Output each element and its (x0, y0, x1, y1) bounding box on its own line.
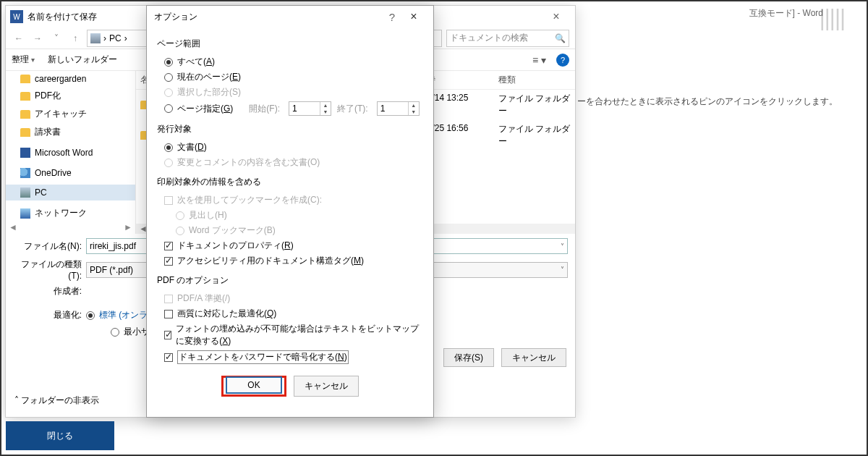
search-icon: 🔍 (555, 33, 566, 43)
optimize-label: 最適化: (13, 309, 82, 321)
tree-item: 請求書 (6, 123, 135, 141)
chk-bookmarks (164, 196, 173, 205)
tree-item: careergarden (6, 71, 135, 87)
options-cancel-button[interactable]: キャンセル (294, 376, 359, 397)
search-input[interactable]: ドキュメントの検索 🔍 (446, 30, 569, 47)
ok-button[interactable]: OK (226, 376, 281, 394)
word-ruler: ||||| (820, 5, 845, 31)
radio-pages[interactable] (164, 104, 173, 113)
pdf-options-heading: PDF のオプション (157, 274, 423, 287)
nav-back-icon[interactable]: ← (12, 33, 26, 43)
chk-encrypt[interactable] (164, 353, 173, 362)
page-end-input[interactable]: ▲▼ (377, 101, 420, 116)
organize-button[interactable]: 整理 (12, 54, 35, 66)
options-title: オプション (154, 11, 197, 23)
radio-doc[interactable] (164, 143, 173, 152)
close-button[interactable]: 閉じる (6, 421, 114, 450)
tree-item-network: ネットワーク (6, 204, 135, 222)
help-icon[interactable]: ? (556, 54, 569, 67)
cancel-button[interactable]: キャンセル (501, 348, 566, 367)
page-start-input[interactable]: ▲▼ (289, 101, 331, 116)
radio-all[interactable] (164, 58, 173, 67)
page-range-heading: ページ範囲 (157, 38, 423, 50)
save-button[interactable]: 保存(S) (443, 348, 494, 367)
radio-wordbm (176, 227, 184, 235)
hide-folders-link[interactable]: フォルダーの非表示 (14, 394, 99, 407)
chk-bitmap[interactable] (164, 331, 171, 339)
tree-scroll-right[interactable]: ► (124, 222, 132, 232)
tree-item: アイキャッチ (6, 105, 135, 123)
tree-item-onedrive: OneDrive (6, 165, 135, 181)
folder-tree[interactable]: careergarden PDF化 アイキャッチ 請求書 Microsoft W… (6, 71, 136, 234)
tree-scroll-left[interactable]: ◄ (9, 222, 17, 232)
radio-doc-comments (164, 159, 173, 167)
chk-image-opt[interactable] (164, 310, 173, 318)
chk-accessibility[interactable] (164, 257, 173, 266)
saveas-title: 名前を付けて保存 (27, 11, 97, 23)
options-help-icon[interactable]: ? (383, 11, 401, 23)
filename-label: ファイル名(N): (13, 240, 82, 253)
pc-icon (90, 33, 101, 43)
word-titlebar: 互換モード] - Word (749, 7, 823, 20)
author-label: 作成者: (13, 285, 82, 297)
tree-item-pc: PC (6, 185, 135, 200)
chk-properties[interactable] (164, 242, 173, 250)
options-dialog: オプション ? × ページ範囲 すべて(A) 現在のページ(E) 選択した部分(… (146, 5, 434, 418)
saveas-close-button[interactable]: × (542, 10, 571, 23)
publish-heading: 発行対象 (157, 123, 423, 135)
word-icon: W (10, 10, 23, 23)
nav-fwd-icon[interactable]: → (30, 33, 45, 43)
radio-headings (176, 211, 184, 220)
radio-current[interactable] (164, 73, 173, 82)
radio-selection (164, 88, 173, 97)
nav-up-icon[interactable]: ↑ (68, 33, 82, 43)
optimize-standard-radio[interactable] (86, 311, 95, 320)
new-folder-button[interactable]: 新しいフォルダー (48, 54, 117, 66)
tree-item: PDF化 (6, 87, 135, 105)
view-mode-button[interactable]: ≡ ▾ (532, 54, 546, 66)
col-type[interactable]: 種類 (498, 74, 571, 86)
options-close-icon[interactable]: × (401, 10, 426, 23)
nav-history-icon[interactable]: ˅ (49, 33, 64, 43)
nonprint-heading: 印刷対象外の情報を含める (157, 176, 423, 188)
optimize-min-radio[interactable] (111, 328, 119, 337)
filetype-label: ファイルの種類(T): (13, 258, 82, 281)
chk-pdfa (164, 295, 173, 303)
ok-highlight: OK (221, 376, 286, 397)
tree-item-word: Microsoft Word (6, 145, 135, 161)
